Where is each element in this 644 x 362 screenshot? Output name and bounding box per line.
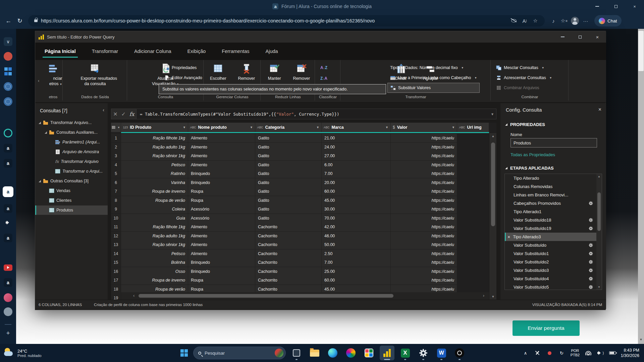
applied-step-valor-substituido4[interactable]: Valor Substituído4 — [505, 275, 596, 283]
filter-dropdown-icon[interactable]: ▼ — [250, 126, 253, 129]
pq-close-button[interactable]: × — [589, 31, 606, 43]
alura-icon[interactable]: a — [0, 202, 16, 215]
favorite-star-icon[interactable]: ☆ — [530, 16, 541, 25]
ribbon-button-tipo-de-dados-numero-decimal-fixo[interactable]: Tipo de Dados: Número decimal fixo▼ — [387, 63, 480, 73]
grid-horizontal-scrollbar[interactable]: ‹› — [121, 292, 489, 300]
cell-id-produto[interactable]: Petisco — [121, 161, 188, 170]
pink-app-icon[interactable] — [0, 292, 16, 304]
cell-valor[interactable]: https://caelu — [391, 134, 457, 143]
ribbon-button-exportar-resultados-da-consulta[interactable]: Exportar resultadosda consulta — [81, 63, 110, 86]
step-settings-gear-icon[interactable] — [589, 218, 593, 222]
table-row[interactable]: 15BolinhaBrinquedoCachorrito7.00https://… — [111, 258, 457, 267]
cell-valor[interactable]: https://caelu — [391, 249, 457, 258]
query-item-transformar-arquivo[interactable]: fxTransformar Arquivo — [35, 157, 108, 166]
formula-check-icon[interactable]: ✓ — [121, 111, 126, 117]
expand-arrow-icon[interactable] — [39, 180, 41, 182]
cell-valor[interactable]: https://caelu — [391, 276, 457, 285]
cell-categoria[interactable]: Gatito — [255, 178, 322, 187]
cell-valor[interactable]: https://caelu — [391, 214, 457, 223]
cell-nome-produto[interactable]: Alimento — [188, 223, 255, 232]
alura-icon[interactable]: a — [0, 277, 16, 289]
cell-categoria[interactable]: Gatito — [255, 143, 322, 152]
cell-marca[interactable]: 60.00 — [322, 276, 391, 285]
table-row[interactable]: 10GuiaAcessórioGatito70.00https://caelu — [111, 214, 457, 223]
cell-marca[interactable]: 60.00 — [322, 187, 391, 196]
table-row[interactable]: 12Ração adulto 1kgAlimentoCachorrito46.0… — [111, 232, 457, 241]
queries-collapse-icon[interactable]: ‹ — [103, 107, 104, 113]
table-row[interactable]: 14PetiscoAlimentoCachorrito2.50https://c… — [111, 249, 457, 258]
cell-id-produto[interactable]: Ração filhote 1kg — [121, 223, 188, 232]
applied-step-cabecalhos-promovidos[interactable]: Cabeçalhos Promovidos — [505, 199, 596, 207]
ribbon-button-usar-a-primeira-linha-como-cabecalho[interactable]: Usar a Primeira Linha como Cabeçalho▼ — [387, 73, 480, 83]
powerbi-taskbar-icon[interactable] — [380, 346, 394, 360]
cell-valor[interactable]: https://caelu — [391, 187, 457, 196]
filter-dropdown-icon[interactable]: ▼ — [452, 126, 455, 129]
cell-marca[interactable]: 42.00 — [322, 223, 391, 232]
cell-nome-produto[interactable]: Brinquedo — [188, 169, 255, 178]
pq-minimize-button[interactable] — [554, 31, 571, 43]
step-settings-gear-icon[interactable] — [589, 285, 593, 289]
cell-nome-produto[interactable]: Alimento — [188, 161, 255, 170]
refresh-icon[interactable]: ↻ — [14, 15, 25, 26]
cell-categoria[interactable]: Cachorrito — [255, 240, 322, 249]
cell-nome-produto[interactable]: Acessório — [188, 205, 255, 214]
speaker-icon[interactable] — [0, 217, 16, 229]
scroll-down-icon[interactable]: ▼ — [596, 286, 602, 289]
cell-categoria[interactable]: Gatito — [255, 205, 322, 214]
browser-close-button[interactable]: × — [625, 0, 644, 13]
wifi-icon[interactable] — [582, 351, 594, 355]
cell-categoria[interactable]: Gatito — [255, 152, 322, 161]
cell-nome-produto[interactable]: Roupa — [188, 196, 255, 205]
grid-app-icon[interactable] — [0, 65, 16, 77]
cell-nome-produto[interactable]: Alimento — [188, 240, 255, 249]
cell-categoria[interactable]: Gatito — [255, 169, 322, 178]
cell-nome-produto[interactable]: Alimento — [188, 152, 255, 161]
browser-menu-icon[interactable]: ··· — [580, 16, 591, 25]
column-header-valor[interactable]: $Valor▼ — [391, 123, 457, 132]
cell-valor[interactable]: https://caelu — [391, 258, 457, 267]
table-row[interactable]: 9ColeiraAcessórioGatito30.00https://cael… — [111, 205, 457, 214]
table-row[interactable]: 16OssoBrinquedoCachorrito25.00https://ca… — [111, 267, 457, 276]
applied-step-valor-substituido3[interactable]: Valor Substituído3 — [505, 266, 596, 275]
grid-hscroll-thumb[interactable] — [139, 294, 393, 298]
ribbon-button-manter[interactable]: Manter — [261, 63, 288, 81]
query-item-consultas-auxiliares[interactable]: Consultas Auxiliares... — [35, 128, 108, 137]
pen-disabled-icon[interactable] — [531, 350, 543, 356]
grid-vertical-scrollbar[interactable]: ▲▼ — [489, 133, 496, 300]
cell-valor[interactable]: https://caelu — [391, 267, 457, 276]
filter-dropdown-icon[interactable]: ▼ — [183, 126, 186, 129]
cell-valor[interactable]: https://caelu — [391, 205, 457, 214]
all-properties-link[interactable]: Todas as Propriedades — [511, 152, 555, 157]
cell-id-produto[interactable]: Osso — [121, 267, 188, 276]
step-settings-gear-icon[interactable] — [589, 260, 593, 264]
settings-taskbar-icon[interactable] — [416, 346, 431, 360]
ribbon-button-nciar-etros[interactable]: nciaretros▼ — [44, 63, 62, 87]
excel-taskbar-icon[interactable]: X — [398, 346, 413, 360]
cell-marca[interactable]: 46.00 — [322, 232, 391, 241]
scroll-down-icon[interactable]: ▼ — [489, 295, 496, 298]
cell-categoria[interactable]: Gatito — [255, 196, 322, 205]
step-settings-gear-icon[interactable] — [589, 277, 593, 281]
column-header-id-produto[interactable]: 123ID Produto▼ — [121, 123, 188, 132]
cell-marca[interactable]: 7.00 — [322, 258, 391, 267]
cell-nome-produto[interactable]: Brinquedo — [188, 178, 255, 187]
query-item-clientes[interactable]: Clientes — [35, 196, 108, 205]
formula-expand-icon[interactable]: ▼ — [491, 112, 493, 116]
status-profiling[interactable]: Criação de perfil de coluna com base nas… — [94, 303, 203, 307]
applied-steps-section-header[interactable]: ETAPAS APLICADAS — [505, 166, 554, 171]
query-name-input[interactable] — [511, 138, 597, 147]
grid-vscroll-thumb[interactable] — [491, 142, 495, 226]
filter-dropdown-icon[interactable]: ▼ — [316, 126, 319, 129]
cell-id-produto[interactable]: Roupa de inverno — [121, 276, 188, 285]
taskview-taskbar-icon[interactable] — [289, 346, 304, 360]
applied-step-colunas-removidas[interactable]: Colunas Removidas — [505, 182, 596, 191]
cell-valor[interactable]: https://caelu — [391, 152, 457, 161]
query-item-vendas[interactable]: Vendas — [35, 186, 108, 195]
applied-step-tipo-alterado1[interactable]: Tipo Alterado1 — [505, 207, 596, 216]
cell-id-produto[interactable]: Ratinho — [121, 169, 188, 178]
cell-marca[interactable]: 45.00 — [322, 196, 391, 205]
start-button[interactable] — [177, 346, 191, 360]
cell-id-produto[interactable]: Ração sênior 1kg — [121, 240, 188, 249]
submit-question-button[interactable]: Enviar pergunta — [513, 320, 580, 336]
alura-icon[interactable]: a — [0, 142, 16, 154]
